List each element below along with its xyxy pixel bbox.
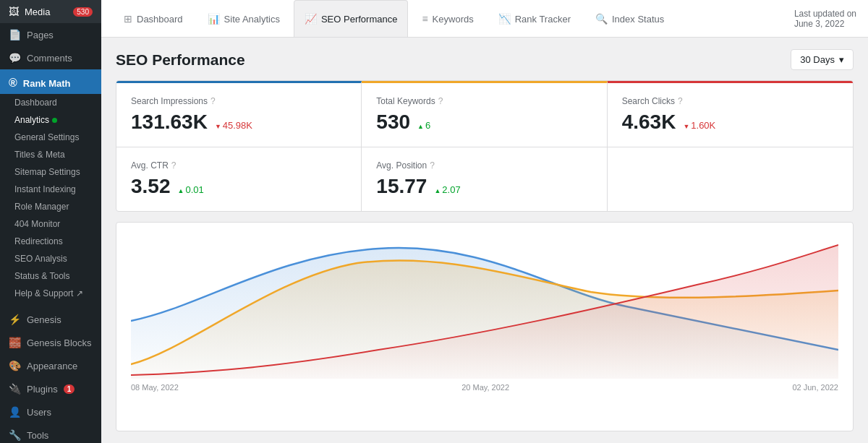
sidebar-item-appearance[interactable]: 🎨 Appearance: [0, 354, 101, 377]
tab-rank-tracker[interactable]: 📉 Rank Tracker: [488, 0, 582, 37]
tab-index-status[interactable]: 🔍 Index Status: [584, 0, 675, 37]
users-icon: 👤: [9, 406, 21, 418]
analytics-active-dot: [52, 118, 57, 123]
sidebar-item-status-tools[interactable]: Status & Tools: [0, 267, 101, 285]
site-analytics-tab-icon: 📊: [208, 13, 220, 25]
tab-bar: ⊞ Dashboard 📊 Site Analytics 📈 SEO Perfo…: [101, 0, 868, 38]
up-arrow-position: [434, 184, 441, 195]
comments-icon: 💬: [9, 52, 21, 64]
sidebar-label-genesis: Genesis: [27, 314, 61, 325]
pages-icon: 📄: [9, 29, 21, 40]
sidebar-item-plugins[interactable]: 🔌 Plugins 1: [0, 377, 101, 400]
sidebar-item-genesis[interactable]: ⚡ Genesis: [0, 308, 101, 331]
sidebar-item-genesis-blocks[interactable]: 🧱 Genesis Blocks: [0, 331, 101, 354]
tab-site-analytics[interactable]: 📊 Site Analytics: [197, 0, 291, 37]
help-icon-impressions[interactable]: ?: [210, 96, 216, 106]
sidebar-label-role-manager: Role Manager: [14, 202, 69, 212]
dashboard-tab-icon: ⊞: [124, 13, 132, 25]
sidebar-item-users[interactable]: 👤 Users: [0, 400, 101, 423]
sidebar-label-instant-indexing: Instant Indexing: [14, 184, 76, 194]
sidebar-item-pages[interactable]: 📄 Pages: [0, 23, 101, 46]
sidebar-label-appearance: Appearance: [27, 361, 77, 371]
tab-keywords[interactable]: ≡ Keywords: [411, 0, 484, 37]
stat-label-avg-ctr: Avg. CTR ?: [131, 160, 346, 171]
sidebar-item-titles-meta[interactable]: Titles & Meta: [0, 146, 101, 163]
help-icon-clicks[interactable]: ?: [678, 96, 683, 106]
tab-label-rank-tracker: Rank Tracker: [515, 14, 571, 25]
content-header: SEO Performance 30 Days ▾: [116, 49, 854, 70]
sidebar-label-users: Users: [27, 407, 51, 418]
tab-label-dashboard: Dashboard: [137, 14, 183, 25]
appearance-icon: 🎨: [9, 360, 21, 371]
sidebar-item-rank-math[interactable]: ® Rank Math: [0, 69, 101, 94]
sidebar-item-comments[interactable]: 💬 Comments: [0, 46, 101, 69]
sidebar-item-instant-indexing[interactable]: Instant Indexing: [0, 181, 101, 198]
sidebar-item-dashboard[interactable]: Dashboard: [0, 94, 101, 111]
help-icon-keywords[interactable]: ?: [438, 96, 443, 106]
chart-x-label-0: 08 May, 2022: [131, 383, 179, 392]
sidebar-item-seo-analysis[interactable]: SEO Analysis: [0, 250, 101, 267]
chart-area: 08 May, 2022 20 May, 2022 02 Jun, 2022: [116, 222, 854, 431]
sidebar-label-general-settings: General Settings: [14, 132, 79, 142]
chart-x-label-1: 20 May, 2022: [461, 383, 509, 392]
stat-value-avg-ctr: 3.52 0.01: [131, 175, 346, 198]
main-area: ⊞ Dashboard 📊 Site Analytics 📈 SEO Perfo…: [101, 0, 868, 443]
media-badge: 530: [73, 7, 93, 17]
stat-label-avg-position: Avg. Position ?: [376, 160, 592, 171]
sidebar-label-status-tools: Status & Tools: [14, 271, 70, 281]
sidebar-item-help-support[interactable]: Help & Support ↗: [0, 285, 101, 302]
plugins-icon: 🔌: [9, 383, 21, 395]
date-range-dropdown[interactable]: 30 Days ▾: [791, 49, 854, 70]
tab-label-seo-performance: SEO Performance: [321, 14, 398, 25]
tab-dashboard[interactable]: ⊞ Dashboard: [113, 0, 194, 37]
tab-seo-performance[interactable]: 📈 SEO Performance: [294, 0, 409, 37]
sidebar-label-redirections: Redirections: [14, 236, 63, 246]
genesis-blocks-icon: 🧱: [9, 337, 21, 348]
sidebar-item-role-manager[interactable]: Role Manager: [0, 198, 101, 215]
stat-label-total-keywords: Total Keywords ?: [376, 96, 592, 106]
sidebar-label-analytics: Analytics: [14, 115, 49, 125]
stat-change-avg-position: 2.07: [434, 184, 460, 195]
sidebar-item-404-monitor[interactable]: 404 Monitor: [0, 215, 101, 233]
keywords-tab-icon: ≡: [422, 13, 427, 25]
tab-label-keywords: Keywords: [433, 14, 474, 25]
help-icon-ctr[interactable]: ?: [171, 160, 176, 171]
sidebar-item-general-settings[interactable]: General Settings: [0, 129, 101, 146]
sidebar: 🖼 Media 530 📄 Pages 💬 Comments ® Rank Ma…: [0, 0, 101, 443]
stat-change-total-keywords: 6: [417, 120, 430, 131]
last-updated-label: Last updated on: [794, 9, 856, 19]
stat-card-search-impressions: Search Impressions ? 131.63K 45.98K: [116, 81, 362, 147]
rank-math-icon: ®: [9, 77, 17, 90]
sidebar-item-analytics[interactable]: Analytics: [0, 111, 101, 129]
stat-value-search-impressions: 131.63K 45.98K: [131, 111, 346, 134]
sidebar-item-sitemap[interactable]: Sitemap Settings: [0, 163, 101, 181]
stat-value-total-keywords: 530 6: [376, 111, 592, 134]
sidebar-item-media[interactable]: 🖼 Media 530: [0, 0, 101, 23]
plugins-badge: 1: [64, 384, 75, 394]
last-updated-date: June 3, 2022: [794, 19, 844, 29]
sidebar-item-tools[interactable]: 🔧 Tools: [0, 423, 101, 443]
seo-performance-tab-icon: 📈: [305, 13, 317, 25]
rank-math-label: Rank Math: [23, 78, 71, 89]
stat-card-search-clicks: Search Clicks ? 4.63K 1.60K: [608, 81, 853, 147]
stat-change-search-impressions: 45.98K: [215, 120, 252, 131]
up-arrow-keywords: [417, 120, 424, 131]
media-icon: 🖼: [9, 6, 19, 17]
chart-x-label-2: 02 Jun, 2022: [792, 383, 838, 392]
stats-grid: Search Impressions ? 131.63K 45.98K Tota…: [116, 80, 854, 212]
sidebar-item-redirections[interactable]: Redirections: [0, 233, 101, 250]
chart-svg-container: [131, 234, 838, 379]
sidebar-label-comments: Comments: [27, 53, 72, 64]
help-icon-position[interactable]: ?: [430, 160, 435, 171]
sidebar-label-tools: Tools: [27, 430, 48, 441]
sidebar-label-media: Media: [25, 7, 50, 17]
sidebar-label-pages: Pages: [27, 30, 54, 40]
stat-change-search-clicks: 1.60K: [683, 120, 715, 131]
stat-value-search-clicks: 4.63K 1.60K: [622, 111, 838, 134]
stat-card-avg-ctr: Avg. CTR ? 3.52 0.01: [116, 147, 362, 211]
down-arrow-impressions: [215, 120, 221, 131]
stat-change-avg-ctr: 0.01: [178, 184, 204, 195]
sidebar-label-dashboard: Dashboard: [14, 98, 57, 108]
sidebar-label-genesis-blocks: Genesis Blocks: [27, 337, 92, 348]
sidebar-label-help-support: Help & Support ↗: [14, 288, 83, 298]
